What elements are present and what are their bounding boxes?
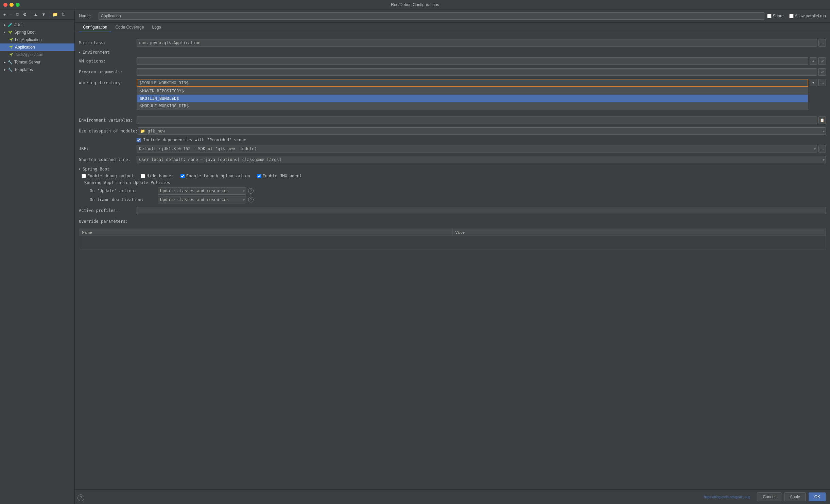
close-button[interactable]	[3, 3, 7, 7]
override-params-label: Override parameters:	[79, 219, 137, 224]
external-link[interactable]: https://blog.csdn.net/gnait_oug	[79, 495, 754, 499]
spring-boot-section: ▾ Spring Boot Enable debug output Hide b…	[79, 167, 826, 203]
spring-boot-section-header[interactable]: ▾ Spring Boot	[79, 167, 826, 172]
table-body	[79, 236, 826, 250]
enable-debug-group: Enable debug output	[82, 174, 134, 178]
jre-label: JRE:	[79, 146, 137, 151]
working-dir-dropdown-button[interactable]: ▾	[810, 79, 817, 86]
enable-debug-checkbox[interactable]	[82, 174, 86, 178]
ok-button[interactable]: OK	[809, 492, 826, 501]
classpath-control: 📁 gfk_new ▾	[138, 127, 826, 135]
frame-deact-help-icon[interactable]: ?	[248, 197, 254, 202]
update-action-select[interactable]: Update classes and resources	[158, 187, 246, 195]
jre-control: Default (jdk1.8.0_152 - SDK of 'gfk_new'…	[137, 145, 826, 152]
frame-deact-select[interactable]: Update classes and resources	[158, 196, 246, 203]
main-class-browse-button[interactable]: …	[818, 39, 826, 47]
main-container: + − ⧉ ⚙ ▲ ▼ 📁 ⇅ ▶ 🧪 JUnit ▼ 🌱 Spring Boo…	[0, 10, 830, 504]
bottom-bar: ? https://blog.csdn.net/gnait_oug Cancel…	[75, 489, 830, 504]
tree-item-tomcat[interactable]: ▶ 🔧 Tomcat Server	[0, 58, 74, 66]
env-vars-input[interactable]	[137, 116, 817, 124]
taskapp-icon: 🌱	[8, 52, 14, 57]
remove-config-button[interactable]: −	[8, 11, 14, 18]
help-button[interactable]: ?	[77, 494, 84, 501]
autocomplete-option-kotlin[interactable]: $KOTLIN_BUNDLED$	[137, 95, 808, 102]
update-action-help-icon[interactable]: ?	[248, 188, 254, 194]
override-params-row: Override parameters:	[79, 217, 826, 226]
launch-optimization-checkbox[interactable]	[180, 174, 185, 178]
include-deps-checkbox[interactable]	[137, 138, 141, 142]
tab-logs[interactable]: Logs	[148, 23, 165, 32]
policies-section: Running Application Update Policies On '…	[84, 180, 826, 203]
title-bar: Run/Debug Configurations	[0, 0, 830, 10]
vm-options-fullscreen-button[interactable]: ⤢	[818, 57, 826, 65]
hide-banner-checkbox[interactable]	[141, 174, 145, 178]
templates-icon: 🔧	[7, 67, 13, 72]
shorten-cmd-label: Shorten command line:	[79, 157, 137, 162]
tree-label-springboot: Spring Boot	[14, 30, 36, 35]
include-deps-row: Include dependencies with "Provided" sco…	[79, 138, 826, 142]
tree-label-junit: JUnit	[14, 22, 23, 27]
autocomplete-option-module[interactable]: $MODULE_WORKING_DIR$	[137, 102, 808, 110]
window-controls[interactable]	[3, 3, 20, 7]
share-checkbox[interactable]	[767, 14, 772, 18]
copy-config-button[interactable]: ⧉	[15, 11, 20, 18]
working-dir-label: Working directory:	[79, 80, 137, 85]
autocomplete-option-maven[interactable]: $MAVEN_REPOSITORY$	[137, 87, 808, 95]
tree-item-taskapp[interactable]: 🌱 TaskApplication	[0, 51, 74, 58]
program-args-input[interactable]	[137, 68, 817, 76]
tree-label-application: Application	[15, 45, 35, 50]
tree-item-templates[interactable]: ▶ 🔧 Templates	[0, 66, 74, 73]
jre-select[interactable]: Default (jdk1.8.0_152 - SDK of 'gfk_new'…	[137, 145, 817, 152]
program-args-fullscreen-button[interactable]: ⤢	[818, 68, 826, 76]
junit-icon: 🧪	[7, 22, 13, 28]
cancel-button[interactable]: Cancel	[757, 492, 781, 501]
tree-item-application[interactable]: 🌱 Application	[0, 43, 74, 51]
classpath-dropdown-wrapper: 📁 gfk_new ▾	[138, 127, 826, 135]
vm-options-label: VM options:	[79, 59, 137, 64]
add-config-button[interactable]: +	[2, 11, 7, 18]
tab-configuration[interactable]: Configuration	[79, 23, 111, 32]
include-deps-label: Include dependencies with "Provided" sco…	[143, 138, 246, 142]
vm-options-expand-button[interactable]: +	[810, 57, 817, 65]
env-vars-browse-button[interactable]: 📋	[818, 116, 826, 124]
move-up-button[interactable]: ▲	[32, 11, 39, 18]
jre-browse-button[interactable]: …	[818, 145, 826, 152]
maximize-button[interactable]	[16, 3, 20, 7]
main-class-input[interactable]	[137, 39, 817, 47]
tree-item-springboot[interactable]: ▼ 🌱 Spring Boot	[0, 29, 74, 36]
vm-options-input[interactable]	[137, 57, 808, 65]
active-profiles-input[interactable]	[137, 207, 826, 214]
tree-item-logapp[interactable]: 🌱 LogApplication	[0, 36, 74, 43]
launch-optimization-label: Enable launch optimization	[186, 174, 250, 178]
tab-code-coverage[interactable]: Code Coverage	[111, 23, 148, 32]
parallel-checkbox[interactable]	[789, 14, 794, 18]
shorten-cmd-select[interactable]: user-local default: none – java [options…	[137, 156, 826, 163]
sort-button[interactable]: ⇅	[60, 11, 67, 18]
folder-button[interactable]: 📁	[51, 11, 59, 18]
minimize-button[interactable]	[10, 3, 14, 7]
jre-dropdown-wrapper: Default (jdk1.8.0_152 - SDK of 'gfk_new'…	[137, 145, 817, 152]
tree-arrow-tomcat: ▶	[3, 60, 7, 64]
env-vars-label: Environment variables:	[79, 118, 137, 123]
spring-boot-arrow-icon: ▾	[79, 167, 81, 171]
name-checkboxes: Share Allow parallel run	[767, 14, 826, 18]
working-dir-browse-button[interactable]: …	[818, 79, 826, 86]
program-args-row: Program arguments: ⤢	[79, 68, 826, 76]
classpath-row: Use classpath of module: 📁 gfk_new ▾	[79, 127, 826, 136]
logapp-icon: 🌱	[8, 37, 14, 42]
spring-boot-checkboxes: Enable debug output Hide banner Enable l…	[79, 174, 826, 178]
working-dir-input[interactable]	[137, 79, 808, 87]
jre-row: JRE: Default (jdk1.8.0_152 - SDK of 'gfk…	[79, 144, 826, 153]
apply-button[interactable]: Apply	[784, 492, 806, 501]
jmx-agent-checkbox[interactable]	[257, 174, 261, 178]
tree-item-junit[interactable]: ▶ 🧪 JUnit	[0, 21, 74, 29]
main-class-control: …	[137, 39, 826, 47]
settings-config-button[interactable]: ⚙	[21, 11, 28, 18]
name-input[interactable]	[99, 12, 764, 20]
sidebar-toolbar: + − ⧉ ⚙ ▲ ▼ 📁 ⇅	[0, 10, 74, 20]
working-dir-control: $MAVEN_REPOSITORY$ $KOTLIN_BUNDLED$ $MOD…	[137, 79, 826, 87]
classpath-select[interactable]: 📁 gfk_new	[138, 127, 826, 135]
tree-label-taskapp: TaskApplication	[15, 52, 43, 57]
move-down-button[interactable]: ▼	[40, 11, 47, 18]
environment-section-header[interactable]: ▾ Environment	[79, 50, 826, 55]
